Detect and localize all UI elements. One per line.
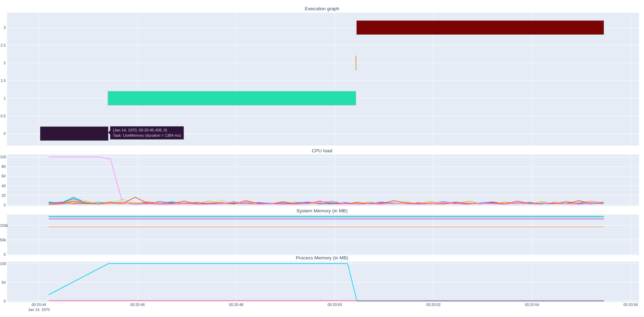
x-tick-label: 00:20:46 (123, 303, 152, 307)
task-hover-tooltip: (Jan 14, 1970, 00:20:45.408, 0) Task: Us… (110, 126, 184, 140)
cpu-load-title: CPU load (0, 148, 644, 153)
execution-graph-plot[interactable] (7, 13, 639, 146)
y-tick-label: 60 (0, 174, 6, 178)
y-tick-label: 1.5 (0, 78, 6, 83)
gantt-bar-task-row-1[interactable] (108, 91, 356, 105)
x-tick-label: 00:20:50 (321, 303, 349, 307)
y-tick-label: 0 (0, 203, 6, 207)
y-tick-label: 40 (0, 184, 6, 188)
cpu-load-canvas (7, 154, 639, 206)
y-tick-label: 2.5 (0, 43, 6, 47)
process-memory-plot[interactable] (7, 262, 639, 302)
system-memory-canvas (7, 215, 639, 255)
y-tick-label: 0 (0, 252, 6, 257)
series-cpu-pink[interactable] (49, 157, 604, 205)
y-tick-label: 0 (0, 131, 6, 136)
gantt-bar-UseMemory[interactable] (40, 127, 108, 141)
y-tick-label: 0 (0, 299, 6, 303)
process-memory-title: Process Memory (in MB) (0, 255, 644, 260)
y-tick-label: 0.5 (0, 114, 6, 118)
tooltip-task-info: Task: UseMemory (duration = 1384 ms) (113, 133, 181, 138)
gantt-bar-task-row-3[interactable] (356, 20, 604, 35)
y-tick-label: 100 (0, 262, 6, 266)
process-memory-canvas (7, 262, 639, 302)
y-tick-label: 100k (0, 223, 6, 228)
performance-dashboard: Execution graph CPU load System Memory (… (0, 0, 644, 317)
system-memory-plot[interactable] (7, 215, 639, 255)
y-tick-label: 80 (0, 164, 6, 169)
x-tick-label: 00:20:52 (419, 303, 448, 307)
x-axis-date-label: Jan 14, 1970 (25, 307, 53, 312)
execution-graph-title: Execution graph (0, 6, 644, 11)
x-tick-label: 00:20:56 (616, 303, 644, 307)
y-tick-label: 3 (0, 25, 6, 30)
x-tick-label: 00:20:44 (25, 303, 53, 307)
gantt-bar-task-row-2[interactable] (355, 56, 356, 70)
y-tick-label: 50k (0, 238, 6, 242)
y-tick-label: 1 (0, 96, 6, 100)
system-memory-title: System Memory (in MB) (0, 208, 644, 213)
tooltip-timestamp: (Jan 14, 1970, 00:20:45.408, 0) (113, 128, 181, 133)
cpu-load-plot[interactable] (7, 154, 639, 206)
y-tick-label: 2 (0, 61, 6, 65)
y-tick-label: 20 (0, 193, 6, 198)
y-tick-label: 100 (0, 155, 6, 159)
x-tick-label: 00:20:48 (222, 303, 250, 307)
x-tick-label: 00:20:54 (518, 303, 546, 307)
execution-graph-canvas (7, 13, 639, 146)
y-tick-label: 50 (0, 280, 6, 284)
